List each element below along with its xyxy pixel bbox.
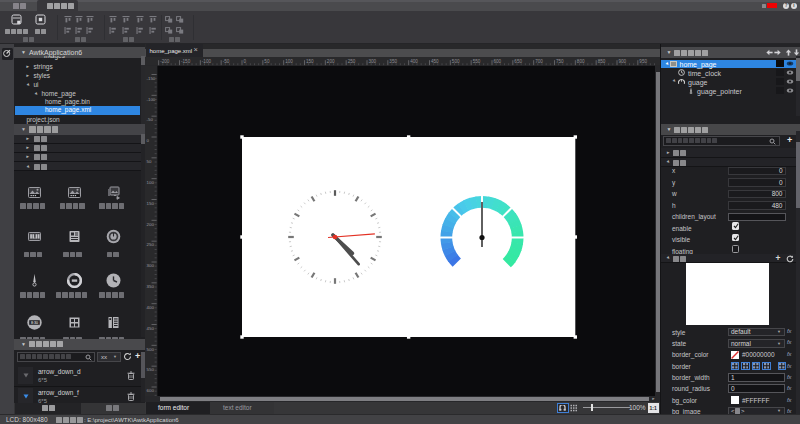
svg-text:-100: -100 (147, 97, 156, 102)
svg-text:600: 600 (147, 388, 155, 393)
svg-text:50: 50 (264, 59, 270, 64)
svg-text:-150: -150 (147, 76, 156, 81)
svg-text:-50: -50 (147, 117, 154, 122)
svg-text:300: 300 (147, 263, 155, 268)
svg-text:550: 550 (147, 367, 155, 372)
svg-text:950: 950 (639, 59, 647, 64)
svg-text:200: 200 (147, 222, 155, 227)
svg-text:750: 750 (556, 59, 564, 64)
svg-text:100: 100 (285, 59, 293, 64)
svg-text:300: 300 (369, 59, 377, 64)
svg-text:8:30: 8:30 (31, 320, 38, 324)
svg-text:550: 550 (473, 59, 481, 64)
svg-text:450: 450 (431, 59, 439, 64)
svg-text:50: 50 (147, 159, 152, 164)
svg-text:500: 500 (147, 347, 155, 352)
svg-text:0: 0 (244, 59, 247, 64)
svg-text:250: 250 (147, 242, 155, 247)
svg-text:600: 600 (494, 59, 502, 64)
svg-text:650: 650 (514, 59, 522, 64)
svg-text:-100: -100 (202, 59, 212, 64)
svg-text:450: 450 (147, 326, 155, 331)
svg-text:400: 400 (410, 59, 418, 64)
svg-text:-150: -150 (181, 59, 191, 64)
svg-text:200: 200 (327, 59, 335, 64)
svg-text:250: 250 (348, 59, 356, 64)
svg-text:-200: -200 (160, 59, 170, 64)
svg-text:150: 150 (306, 59, 314, 64)
svg-text:700: 700 (535, 59, 543, 64)
svg-text:100: 100 (147, 180, 155, 185)
svg-text:150: 150 (147, 201, 155, 206)
svg-text:400: 400 (147, 305, 155, 310)
svg-text:350: 350 (147, 284, 155, 289)
svg-text:350: 350 (389, 59, 397, 64)
svg-text:850: 850 (598, 59, 606, 64)
svg-text:800: 800 (577, 59, 585, 64)
svg-text:-50: -50 (223, 59, 230, 64)
svg-text:500: 500 (452, 59, 460, 64)
svg-text:900: 900 (619, 59, 627, 64)
